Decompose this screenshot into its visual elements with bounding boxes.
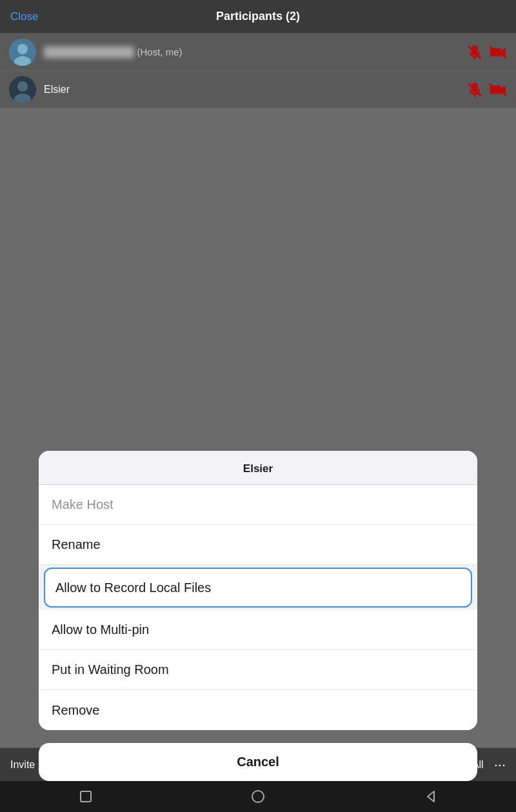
action-item-make-host[interactable]: Make Host (39, 485, 477, 525)
action-sheet-title: Elsier (39, 451, 477, 485)
action-item-rename[interactable]: Rename (39, 525, 477, 565)
action-item-allow-multipin[interactable]: Allow to Multi-pin (39, 610, 477, 650)
sheet-wrapper: Elsier Make Host Rename Allow to Record … (0, 451, 516, 781)
action-item-waiting-room[interactable]: Put in Waiting Room (39, 650, 477, 690)
modal-overlay: Elsier Make Host Rename Allow to Record … (0, 0, 516, 812)
cancel-button-sheet[interactable]: Cancel (39, 743, 477, 781)
action-item-allow-record[interactable]: Allow to Record Local Files (44, 568, 472, 608)
action-item-remove[interactable]: Remove (39, 690, 477, 730)
action-sheet: Elsier Make Host Rename Allow to Record … (39, 451, 477, 730)
